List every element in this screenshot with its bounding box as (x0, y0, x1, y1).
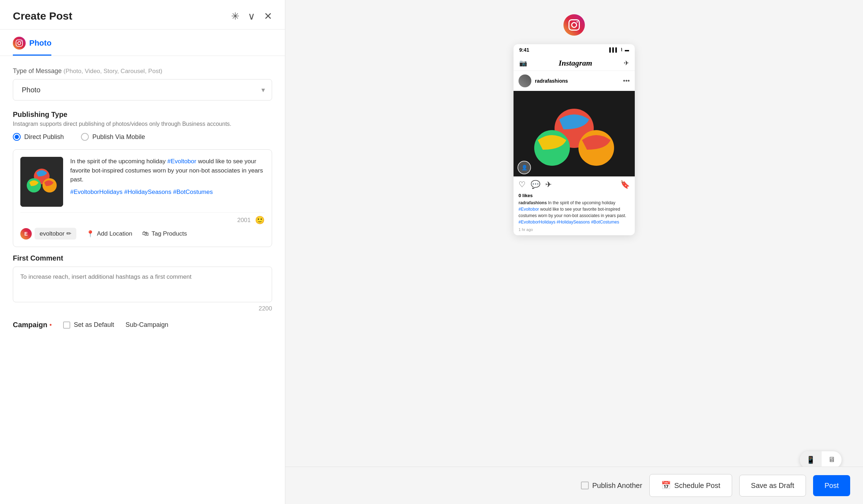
ig-title: Instagram (558, 58, 592, 68)
post-text-before: In the spirit of the upcoming holiday (70, 158, 167, 165)
post-image-svg (20, 157, 63, 207)
ig-caption-text1: In the spirit of the upcoming holiday (548, 200, 616, 205)
ig-heart-icon[interactable]: ♡ (519, 180, 526, 189)
battery-icon: ▬ (625, 47, 629, 52)
post-text-area: In the spirit of the upcoming holiday #E… (70, 157, 265, 207)
ig-post-actions: ♡ 💬 ✈ 🔖 (514, 176, 635, 193)
phone-status-icons: ▌▌▌ ⌇ ▬ (609, 47, 629, 52)
char-count: 2001 (237, 217, 251, 224)
set-as-default-label: Set as Default (74, 321, 114, 329)
post-content-inner: In the spirit of the upcoming holiday #E… (20, 157, 265, 207)
device-toggle: 📱 🖥 (800, 451, 842, 468)
post-text-content: In the spirit of the upcoming holiday #E… (70, 157, 265, 184)
type-of-message-select[interactable]: Photo Video Story Carousel Post (13, 79, 272, 101)
set-as-default-checkbox[interactable]: Set as Default (63, 321, 114, 329)
post-button[interactable]: Post (813, 475, 850, 496)
comment-char-count: 2200 (259, 305, 272, 312)
schedule-post-label: Schedule Post (674, 482, 720, 490)
ig-header: 📷 Instagram ✈ (514, 56, 635, 71)
wifi-icon: ⌇ (621, 47, 623, 52)
tab-photo[interactable]: Photo (13, 37, 51, 56)
account-name-chip[interactable]: evoltobor ✏ (35, 228, 76, 240)
desktop-view-button[interactable]: 🖥 (822, 451, 842, 468)
calendar-icon: 📅 (661, 481, 671, 490)
publishing-type-section: Publishing Type Instagram supports direc… (13, 110, 272, 141)
required-indicator: • (50, 321, 52, 329)
first-comment-wrapper (13, 267, 272, 304)
publish-via-mobile-label: Publish Via Mobile (92, 133, 145, 141)
chevron-down-icon[interactable]: ∨ (248, 10, 255, 22)
tag-icon: 🛍 (142, 230, 149, 237)
right-bottom-bar: Publish Another 📅 Schedule Post Save as … (285, 467, 863, 504)
instagram-icon (568, 19, 580, 31)
add-location-label: Add Location (97, 230, 132, 237)
account-name: evoltobor ✏ (40, 230, 71, 237)
sub-campaign-label: Sub-Campaign (126, 321, 168, 329)
ig-account: radrafashions (519, 74, 568, 87)
add-location-button[interactable]: 📍 Add Location (86, 230, 132, 238)
phone-time: 9:41 (519, 47, 529, 53)
ig-avatar (519, 74, 531, 87)
ig-bookmark-icon[interactable]: 🔖 (620, 180, 630, 189)
mobile-view-button[interactable]: 📱 (800, 451, 822, 468)
post-image (20, 157, 63, 207)
save-draft-button[interactable]: Save as Draft (739, 475, 806, 497)
ig-caption: radrafashions In the spirit of the upcom… (514, 200, 635, 225)
post-content-box: In the spirit of the upcoming holiday #E… (13, 149, 272, 247)
phone-mockup: 9:41 ▌▌▌ ⌇ ▬ 📷 Instagram ✈ radrafashions (514, 44, 635, 235)
tag-products-label: Tag Products (152, 230, 187, 237)
ig-username: radrafashions (535, 78, 568, 84)
publish-another-label: Publish Another (592, 482, 642, 490)
first-comment-section: First Comment 2200 (13, 254, 272, 312)
direct-publish-radio[interactable]: Direct Publish (13, 133, 64, 141)
post-actions: E evoltobor ✏ 📍 Add Location 🛍 Tag Produ… (20, 225, 265, 240)
ig-likes: 0 likes (514, 193, 635, 198)
instagram-tab-icon (13, 37, 26, 50)
post-hashtags: #EvoltoborHolidays #HolidaySeasons #BotC… (70, 189, 265, 196)
ig-camera-icon[interactable]: 📷 (519, 59, 527, 67)
pin-icon[interactable]: ✳ (231, 10, 239, 22)
campaign-section: Campaign • Set as Default Sub-Campaign (13, 321, 272, 329)
type-of-message-wrapper: Photo Video Story Carousel Post ▾ (13, 79, 272, 101)
ig-share-icon[interactable]: ✈ (545, 180, 552, 189)
ig-send-icon[interactable]: ✈ (624, 59, 629, 67)
left-panel: Create Post ✳ ∨ ✕ Photo (0, 0, 285, 504)
camera-icon (16, 40, 23, 47)
right-panel: 9:41 ▌▌▌ ⌇ ▬ 📷 Instagram ✈ radrafashions (285, 0, 863, 504)
direct-publish-label: Direct Publish (24, 133, 64, 141)
page-title: Create Post (13, 10, 72, 22)
panel-header: Create Post ✳ ∨ ✕ (0, 0, 285, 30)
ig-post-header: radrafashions ••• (514, 71, 635, 91)
campaign-label: Campaign • (13, 321, 52, 329)
ig-caption-hashtags: #EvoltoborHolidays #HolidaySeasons #BotC… (519, 220, 619, 225)
emoji-icon[interactable]: 🙂 (255, 216, 265, 225)
tag-products-button[interactable]: 🛍 Tag Products (142, 230, 187, 237)
ig-more-icon[interactable]: ••• (623, 77, 630, 85)
account-avatar: E (20, 228, 32, 240)
close-icon[interactable]: ✕ (264, 10, 272, 22)
account-chip: E evoltobor ✏ (20, 228, 76, 240)
signal-icon: ▌▌▌ (609, 47, 618, 52)
ig-caption-mention: #Evoltobor (519, 207, 539, 212)
first-comment-textarea[interactable] (13, 267, 272, 302)
type-of-message-label: Type of Message (Photo, Video, Story, Ca… (13, 67, 272, 75)
first-comment-label: First Comment (13, 254, 272, 262)
phone-status-bar: 9:41 ▌▌▌ ⌇ ▬ (514, 44, 635, 56)
publish-another-checkbox[interactable] (581, 482, 589, 489)
type-of-message-section: Type of Message (Photo, Video, Story, Ca… (13, 67, 272, 101)
publish-via-mobile-radio-circle (81, 133, 89, 141)
header-icons: ✳ ∨ ✕ (231, 10, 272, 22)
post-label: Post (824, 482, 839, 490)
publishing-type-desc: Instagram supports direct publishing of … (13, 121, 272, 127)
tab-label: Photo (29, 38, 51, 48)
ig-post-image: 👤 (514, 91, 635, 176)
svg-text:👤: 👤 (521, 165, 528, 171)
publishing-type-radio-group: Direct Publish Publish Via Mobile (13, 133, 272, 141)
publishing-type-title: Publishing Type (13, 110, 272, 119)
ig-comment-icon[interactable]: 💬 (531, 180, 540, 189)
save-draft-label: Save as Draft (751, 482, 794, 490)
ig-left-actions: ♡ 💬 ✈ (519, 180, 552, 189)
schedule-post-button[interactable]: 📅 Schedule Post (649, 474, 732, 497)
ig-time: 1 hr ago (514, 227, 635, 232)
publish-via-mobile-radio[interactable]: Publish Via Mobile (81, 133, 145, 141)
